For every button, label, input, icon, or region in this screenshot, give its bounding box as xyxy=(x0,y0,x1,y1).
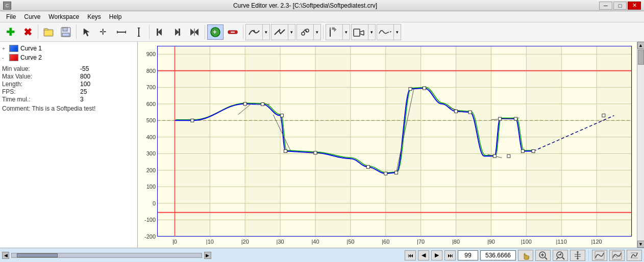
smooth-group: ▾ xyxy=(245,24,270,40)
nav-first-button[interactable]: ⏮ xyxy=(405,250,416,260)
zoom-in-button[interactable] xyxy=(535,250,551,261)
nav-next-button[interactable]: ▶ xyxy=(431,250,442,260)
menu-curve[interactable]: Curve xyxy=(20,12,44,21)
move-tool[interactable]: ✛ xyxy=(96,24,112,40)
extrapolate-icon xyxy=(378,27,392,38)
minimize-button[interactable]: ─ xyxy=(599,2,612,10)
add-key-icon: + xyxy=(209,26,221,38)
extrapolate-dropdown[interactable]: ▾ xyxy=(393,24,401,40)
scroll-down-arrow[interactable]: ▼ xyxy=(637,241,645,248)
linear-button[interactable] xyxy=(271,24,288,40)
scale-tool[interactable] xyxy=(113,24,130,40)
select-tool[interactable] xyxy=(79,24,95,40)
snap-button[interactable] xyxy=(326,24,342,40)
delete-curve-button[interactable]: ✖ xyxy=(19,24,36,40)
scroll-track-vertical[interactable] xyxy=(637,49,645,241)
fit-height-icon xyxy=(573,250,583,260)
svg-rect-20 xyxy=(194,29,195,36)
snap-dropdown[interactable]: ▾ xyxy=(342,24,350,40)
loop-icon xyxy=(353,27,367,38)
fit-all-button[interactable] xyxy=(609,250,625,261)
normalize-icon xyxy=(629,250,639,260)
app-icon: C xyxy=(3,2,11,10)
scroll-thumb-vertical[interactable] xyxy=(638,49,644,65)
menu-workspace[interactable]: Workspace xyxy=(44,12,83,21)
curve2-row[interactable]: - Curve 2 xyxy=(2,53,135,62)
remove-key-button[interactable] xyxy=(225,24,241,40)
zoom-out-icon xyxy=(555,250,565,260)
svg-line-44 xyxy=(562,257,564,259)
ease-group: ▾ xyxy=(296,24,321,40)
hand-tool-button[interactable] xyxy=(518,250,533,261)
smooth-icon xyxy=(248,27,260,38)
save-button[interactable] xyxy=(58,24,74,40)
add-curve-button[interactable]: ✚ xyxy=(2,24,18,40)
horizontal-scroll-thumb[interactable] xyxy=(17,253,58,257)
loop-button[interactable] xyxy=(352,24,368,40)
svg-marker-16 xyxy=(175,29,179,36)
curve2-expand[interactable]: - xyxy=(2,55,9,61)
extrapolate-button[interactable] xyxy=(377,24,393,40)
linear-dropdown[interactable]: ▾ xyxy=(288,24,295,40)
scroll-right-arrow[interactable]: ▶ xyxy=(204,252,211,259)
horizontal-scrollbar[interactable] xyxy=(11,253,202,258)
fit-height-button[interactable] xyxy=(570,250,585,261)
max-label: Max Value: xyxy=(2,73,77,80)
svg-marker-32 xyxy=(329,28,331,30)
close-button[interactable]: ✕ xyxy=(628,2,641,10)
menu-file[interactable]: File xyxy=(2,12,20,21)
right-scrollbar[interactable]: ▲ ▼ xyxy=(637,42,644,248)
timemul-label: Time mul.: xyxy=(2,96,77,103)
save-icon xyxy=(60,27,71,38)
nav-left-button[interactable] xyxy=(152,24,168,40)
svg-text:✛: ✛ xyxy=(100,28,106,36)
smooth-dropdown[interactable]: ▾ xyxy=(262,24,269,40)
min-label: Min value: xyxy=(2,65,77,72)
curve1-row[interactable]: + Curve 1 xyxy=(2,44,135,53)
remove-key-icon xyxy=(227,26,239,38)
add-key-button[interactable]: + xyxy=(207,24,224,40)
left-panel: + Curve 1 - Curve 2 Min value: -55 Max V… xyxy=(0,42,138,248)
menu-keys[interactable]: Keys xyxy=(83,12,105,21)
svg-marker-14 xyxy=(158,29,162,36)
nav-last-button[interactable]: ⏭ xyxy=(444,250,456,260)
fit-all-icon xyxy=(612,250,622,260)
svg-marker-33 xyxy=(332,28,336,32)
nav-right-button[interactable] xyxy=(169,24,185,40)
vertical-tool[interactable] xyxy=(131,24,147,40)
toolbar-sep4 xyxy=(205,25,205,39)
svg-marker-47 xyxy=(576,251,579,252)
chart-area[interactable] xyxy=(138,42,637,248)
ease-button[interactable] xyxy=(297,24,313,40)
nav-prev-button[interactable]: ◀ xyxy=(418,250,429,260)
move-icon: ✛ xyxy=(98,27,110,38)
scroll-up-arrow[interactable]: ▲ xyxy=(637,42,645,49)
linear-icon xyxy=(274,27,286,38)
zoom-out-button[interactable] xyxy=(553,250,568,261)
linear-group: ▾ xyxy=(271,24,295,40)
normalize-button[interactable] xyxy=(627,250,642,261)
snap-group: ▾ xyxy=(326,24,350,40)
smooth-button[interactable] xyxy=(246,24,262,40)
curve-value-input[interactable] xyxy=(480,250,516,260)
toolbar-sep1 xyxy=(38,25,38,39)
fit-curve-button[interactable] xyxy=(592,250,607,261)
restore-button[interactable]: □ xyxy=(613,2,627,10)
curve1-expand[interactable]: + xyxy=(2,46,9,51)
titlebar: C Curve Editor ver. 2.3- [C:\Softpedia\S… xyxy=(0,0,644,11)
curve-canvas[interactable] xyxy=(138,42,637,248)
frame-input[interactable] xyxy=(458,250,478,260)
curve1-icon xyxy=(9,45,18,52)
svg-line-38 xyxy=(387,32,391,33)
ease-dropdown[interactable]: ▾ xyxy=(313,24,320,40)
svg-marker-18 xyxy=(190,29,194,36)
loop-dropdown[interactable]: ▾ xyxy=(368,24,375,40)
svg-line-35 xyxy=(360,31,364,32)
scale-icon xyxy=(116,27,127,38)
menu-help[interactable]: Help xyxy=(105,12,126,21)
nav-left-icon xyxy=(154,27,166,38)
main-area: + Curve 1 - Curve 2 Min value: -55 Max V… xyxy=(0,42,644,248)
open-button[interactable] xyxy=(40,24,57,40)
center-button[interactable] xyxy=(186,24,203,40)
scroll-left-arrow[interactable]: ◀ xyxy=(2,252,9,259)
